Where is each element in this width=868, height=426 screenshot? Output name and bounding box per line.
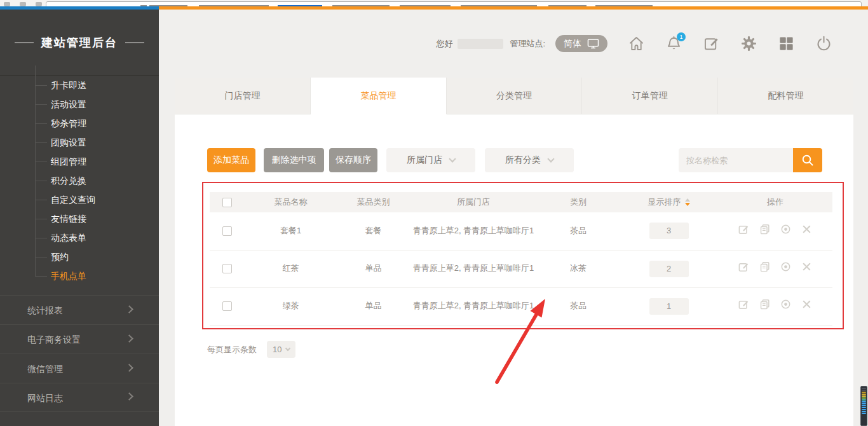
tab-store-management[interactable]: 门店管理 (175, 78, 311, 114)
category-filter-dropdown[interactable]: 所有分类 (485, 148, 574, 172)
tab-order-management[interactable]: 订单管理 (582, 78, 718, 114)
sidebar-section-website-logs[interactable]: 网站日志 (0, 383, 159, 412)
save-order-button[interactable]: 保存顺序 (329, 148, 377, 172)
annotation-rectangle: 菜品名称 菜品类别 所属门店 类别 显示排序 操作 (202, 182, 844, 329)
view-icon[interactable] (780, 261, 792, 273)
delete-icon[interactable] (801, 298, 813, 310)
search-input[interactable] (679, 148, 793, 172)
delete-selected-button[interactable]: 删除选中项 (264, 148, 324, 172)
address-bar[interactable] (46, 1, 862, 6)
sidebar-item-dynamic-forms[interactable]: 动态表单 (0, 228, 159, 247)
sort-desc-icon[interactable] (685, 203, 690, 206)
language-pill-button[interactable]: 简体 (555, 35, 607, 52)
column-actions: 操作 (718, 192, 832, 212)
compose-icon (703, 35, 720, 52)
dish-name-cell: 绿茶 (245, 287, 337, 325)
dish-type-cell: 套餐 (337, 212, 410, 250)
copy-icon[interactable] (759, 223, 771, 235)
row-checkbox[interactable] (222, 301, 232, 311)
tab-dish-management[interactable]: 菜品管理 (311, 78, 447, 114)
add-dish-button[interactable]: 添加菜品 (207, 148, 255, 172)
sidebar-submenu: 升卡即送 活动设置 秒杀管理 团购设置 组团管理 积分兑换 自定义查询 友情链接… (0, 76, 159, 285)
sidebar-section-wechat[interactable]: 微信管理 (0, 354, 159, 383)
settings-button[interactable] (740, 35, 757, 52)
edit-icon[interactable] (738, 298, 750, 310)
copy-icon[interactable] (759, 261, 771, 273)
row-checkbox[interactable] (222, 264, 232, 273)
sidebar-item-group-buy[interactable]: 团购设置 (0, 133, 159, 152)
delete-icon[interactable] (801, 261, 813, 273)
edit-icon[interactable] (738, 261, 750, 273)
browser-forward-icon[interactable] (20, 2, 26, 6)
page-size-select[interactable]: 10 (267, 341, 295, 358)
chevron-right-icon (125, 364, 133, 372)
column-category: 类别 (537, 192, 620, 212)
select-all-checkbox[interactable] (222, 198, 232, 207)
sort-column-label: 显示排序 (648, 196, 681, 208)
store-cell: 青青原上草2, 青青原上草咖啡厅1 (410, 212, 537, 250)
browser-bar (0, 0, 868, 6)
browser-back-icon[interactable] (4, 2, 10, 6)
sidebar-item-friend-links[interactable]: 友情链接 (0, 209, 159, 228)
pagination: 每页显示条数 10 (207, 341, 295, 358)
sort-order-field[interactable]: 1 (649, 298, 689, 315)
tab-category-management[interactable]: 分类管理 (447, 78, 583, 114)
site-label: 管理站点: (510, 38, 545, 50)
dish-type-cell: 单品 (337, 287, 410, 325)
grid-icon (778, 35, 795, 52)
search-button[interactable] (793, 148, 822, 172)
tab-ingredient-management[interactable]: 配料管理 (718, 78, 853, 114)
sidebar-item-points-exchange[interactable]: 积分兑换 (0, 171, 159, 190)
browser-reload-icon[interactable] (36, 2, 42, 6)
sort-order-field[interactable]: 3 (649, 223, 689, 239)
logout-button[interactable] (815, 35, 832, 52)
page-size-label: 每页显示条数 (207, 344, 257, 355)
store-filter-label: 所属门店 (407, 155, 442, 166)
section-label: 电子商务设置 (27, 334, 81, 345)
sidebar-item-flash-sale[interactable]: 秒杀管理 (0, 114, 159, 133)
delete-icon[interactable] (801, 223, 813, 235)
sort-asc-icon[interactable] (685, 198, 690, 202)
home-button[interactable] (628, 35, 645, 52)
category-cell: 冰茶 (537, 250, 620, 287)
row-checkbox[interactable] (222, 226, 232, 236)
sidebar-section-ecommerce[interactable]: 电子商务设置 (0, 324, 159, 354)
gear-icon (740, 35, 757, 52)
sort-order-field[interactable]: 2 (649, 261, 689, 277)
edit-icon[interactable] (738, 223, 750, 235)
chevron-down-icon (285, 346, 290, 351)
tab-bar: 门店管理 菜品管理 分类管理 订单管理 配料管理 (175, 78, 853, 114)
column-dish-name: 菜品名称 (245, 192, 337, 212)
sidebar-section-statistics[interactable]: 统计报表 (0, 295, 159, 324)
dish-type-cell: 单品 (337, 250, 410, 287)
compose-button[interactable] (703, 35, 720, 52)
chevron-right-icon (125, 334, 133, 343)
category-cell: 茶品 (537, 212, 620, 250)
column-sort-order[interactable]: 显示排序 (620, 192, 718, 212)
sidebar-item-custom-query[interactable]: 自定义查询 (0, 190, 159, 209)
store-filter-dropdown[interactable]: 所属门店 (386, 148, 475, 172)
view-icon[interactable] (780, 223, 792, 235)
color-stripes-widget[interactable] (860, 386, 867, 426)
chevron-right-icon (125, 392, 133, 401)
greeting-text: 您好 (436, 38, 452, 50)
page-size-value: 10 (273, 345, 281, 354)
sidebar-item-mobile-ordering[interactable]: 手机点单 (0, 266, 159, 285)
copy-icon[interactable] (759, 298, 771, 310)
notifications-button[interactable]: 1 (665, 35, 682, 52)
sidebar-item-reservation[interactable]: 预约 (0, 247, 159, 266)
column-store: 所属门店 (410, 192, 537, 212)
sidebar-sections: 统计报表 电子商务设置 微信管理 网站日志 (0, 295, 159, 412)
topbar: 您好 管理站点: 简体 1 (159, 10, 868, 78)
home-icon (628, 35, 645, 52)
view-icon[interactable] (780, 298, 792, 310)
toolbar: 添加菜品 删除选中项 保存顺序 所属门店 所有分类 (175, 148, 853, 172)
apps-button[interactable] (778, 35, 795, 52)
sidebar-item-upgrade-gift[interactable]: 升卡即送 (0, 76, 159, 95)
app-logo: 建站管理后台 (0, 10, 159, 76)
table-row: 套餐1 套餐 青青原上草2, 青青原上草咖啡厅1 茶品 3 (210, 212, 832, 250)
sidebar-item-activity-settings[interactable]: 活动设置 (0, 95, 159, 114)
sidebar-item-group-management[interactable]: 组团管理 (0, 152, 159, 171)
dish-name-cell: 套餐1 (245, 212, 337, 250)
redacted-username (458, 39, 503, 49)
